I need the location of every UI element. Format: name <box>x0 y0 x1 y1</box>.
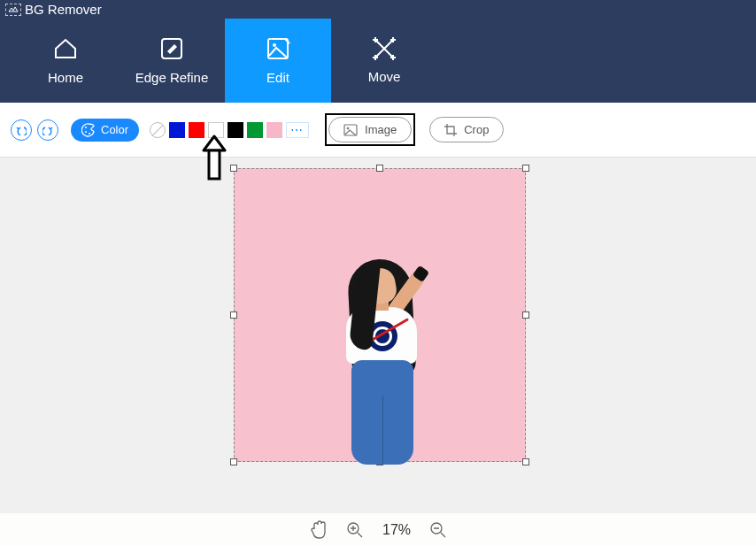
color-button[interactable]: Color <box>71 119 139 142</box>
move-icon <box>373 37 396 60</box>
edit-icon <box>266 36 290 61</box>
pan-tool-button[interactable] <box>310 520 328 540</box>
svg-rect-8 <box>209 150 220 179</box>
swatch-green[interactable] <box>247 122 263 138</box>
image-button[interactable]: Image <box>328 117 412 142</box>
resize-handle-ml[interactable] <box>230 311 237 319</box>
image-canvas[interactable] <box>234 168 526 462</box>
resize-handle-bl[interactable] <box>230 458 237 465</box>
zoom-in-icon <box>347 522 363 538</box>
redo-icon <box>42 125 53 135</box>
resize-handle-br[interactable] <box>522 458 529 465</box>
subject-image <box>327 256 433 461</box>
app-title: BG Remover <box>25 2 102 17</box>
more-colors-button[interactable]: ⋯ <box>286 122 309 138</box>
edit-toolbar: Color ⋯ Image Crop <box>0 103 756 158</box>
resize-handle-tm[interactable] <box>376 165 383 172</box>
titlebar: BG Remover <box>0 0 756 19</box>
zoom-out-icon <box>430 522 446 538</box>
history-controls <box>11 119 58 141</box>
tab-edge-refine[interactable]: Edge Refine <box>119 19 225 103</box>
redo-button[interactable] <box>37 119 58 141</box>
tab-home[interactable]: Home <box>12 19 119 103</box>
palette-icon <box>81 123 96 137</box>
crop-label: Crop <box>464 123 489 136</box>
hand-icon <box>310 520 328 540</box>
zoom-value: 17% <box>382 522 411 538</box>
svg-point-2 <box>273 43 276 47</box>
zoom-in-button[interactable] <box>347 522 363 538</box>
svg-point-5 <box>89 133 90 135</box>
crop-icon <box>444 124 457 136</box>
app-header: BG Remover Home Edge Refine Edit Move <box>0 0 756 103</box>
edge-refine-icon <box>159 36 184 61</box>
canvas-footer: 17% <box>0 513 756 546</box>
zoom-out-button[interactable] <box>430 522 446 538</box>
app-logo-icon <box>5 4 21 16</box>
annotation-arrow-icon <box>197 133 232 182</box>
svg-point-3 <box>85 127 87 128</box>
image-button-highlight: Image <box>325 113 415 146</box>
crop-button[interactable]: Crop <box>429 117 504 142</box>
resize-handle-tl[interactable] <box>230 165 237 172</box>
home-icon <box>52 36 79 61</box>
tab-home-label: Home <box>48 70 83 85</box>
swatch-blue[interactable] <box>169 122 185 138</box>
swatch-pink[interactable] <box>266 122 282 138</box>
canvas-area[interactable]: 17% <box>0 158 756 546</box>
svg-point-7 <box>347 127 350 129</box>
resize-handle-mr[interactable] <box>522 311 529 319</box>
swatch-none[interactable] <box>150 122 166 138</box>
undo-button[interactable] <box>11 119 32 141</box>
color-label: Color <box>101 123 128 136</box>
tab-move[interactable]: Move <box>331 19 437 103</box>
main-tabs: Home Edge Refine Edit Move <box>0 19 756 103</box>
tab-edit[interactable]: Edit <box>225 19 331 103</box>
undo-icon <box>16 125 27 135</box>
svg-point-4 <box>85 131 87 133</box>
resize-handle-tr[interactable] <box>522 165 529 172</box>
image-icon <box>343 124 358 136</box>
tab-edit-label: Edit <box>266 70 289 85</box>
tab-move-label: Move <box>368 69 401 84</box>
tab-edge-refine-label: Edge Refine <box>135 70 209 85</box>
image-label: Image <box>365 123 397 136</box>
